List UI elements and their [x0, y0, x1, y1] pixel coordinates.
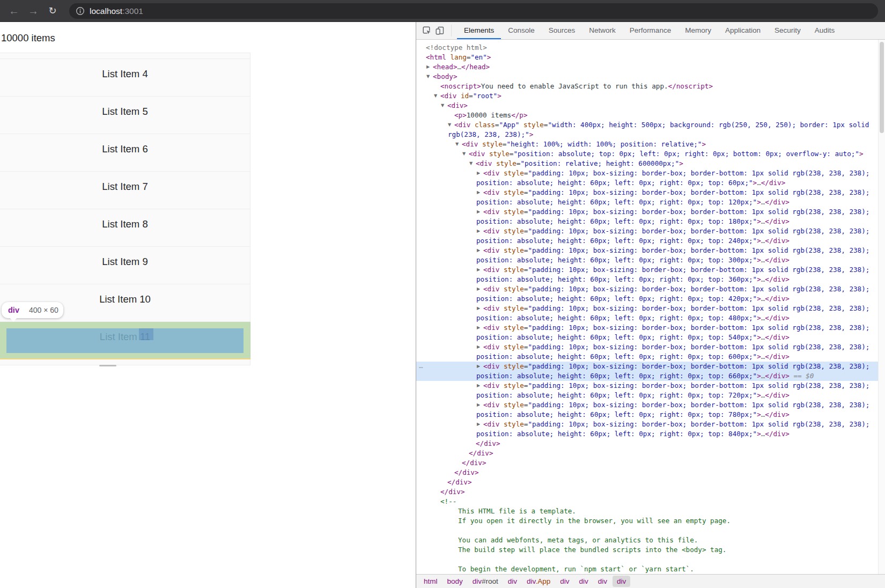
dom-tree-line[interactable]: ▶<div style="padding: 10px; box-sizing: …	[416, 246, 878, 255]
dom-tree-line[interactable]: To begin the development, run `npm start…	[416, 564, 878, 574]
dom-tree-line[interactable]: ▶<div style="padding: 10px; box-sizing: …	[416, 207, 878, 217]
expand-arrow-icon[interactable]: ▶	[477, 207, 480, 217]
list-item[interactable]: List Item 11	[0, 322, 250, 359]
expand-arrow-icon[interactable]: ▶	[477, 226, 480, 236]
breadcrumb-item[interactable]: div	[613, 576, 630, 587]
tab-memory[interactable]: Memory	[678, 22, 718, 39]
list-item[interactable]: List Item 8	[0, 209, 250, 247]
dom-tree-line[interactable]: ▶<div style="padding: 10px; box-sizing: …	[416, 420, 878, 429]
expand-arrow-icon[interactable]: ▶	[477, 188, 480, 197]
back-button[interactable]: ←	[6, 0, 21, 21]
dom-tree-line[interactable]: ▶<head>…</head>	[416, 62, 878, 72]
expand-arrow-icon[interactable]: ▶	[477, 265, 480, 275]
dom-tree-line[interactable]	[416, 526, 878, 535]
expand-arrow-icon[interactable]: ▶	[477, 284, 480, 294]
dom-tree-line[interactable]: position: absolute; height: 60px; left: …	[416, 275, 878, 284]
address-bar[interactable]: localhost :3001	[69, 3, 878, 19]
breadcrumb-item[interactable]: html	[419, 576, 442, 587]
dom-tree-line[interactable]: position: absolute; height: 60px; left: …	[416, 352, 878, 362]
dom-tree-line[interactable]: ▼<div style="position: relative; height:…	[416, 159, 878, 168]
dom-tree-line[interactable]: <noscript>You need to enable JavaScript …	[416, 82, 878, 91]
dom-tree-line[interactable]: ▶<div style="padding: 10px; box-sizing: …	[416, 342, 878, 352]
list-item[interactable]: List Item 7	[0, 172, 250, 209]
info-icon[interactable]	[76, 6, 85, 16]
dom-tree-line[interactable]: ▶<div style="padding: 10px; box-sizing: …	[416, 265, 878, 275]
tab-elements[interactable]: Elements	[457, 22, 501, 39]
dom-tree-line[interactable]: position: absolute; height: 60px; left: …	[416, 294, 878, 304]
expand-arrow-icon[interactable]: ▶	[477, 400, 480, 410]
list-item[interactable]: List Item 5	[0, 97, 250, 134]
dom-tree-line[interactable]: You can add webfonts, meta tags, or anal…	[416, 535, 878, 545]
reload-button[interactable]: ↻	[45, 0, 60, 21]
dom-tree-line[interactable]: position: absolute; height: 60px; left: …	[416, 333, 878, 342]
dom-tree-line[interactable]: <html lang="en">	[416, 53, 878, 62]
dom-tree-line[interactable]: This HTML file is a template.	[416, 506, 878, 516]
tab-network[interactable]: Network	[582, 22, 623, 39]
dom-tree-line[interactable]: </div>	[416, 477, 878, 487]
dom-tree-line[interactable]: position: absolute; height: 60px; left: …	[416, 410, 878, 420]
collapse-arrow-icon[interactable]: ▼	[448, 120, 451, 130]
collapse-arrow-icon[interactable]: ▼	[441, 101, 444, 111]
expand-arrow-icon[interactable]: ▶	[477, 420, 480, 429]
expand-arrow-icon[interactable]: ▶	[477, 323, 480, 333]
tab-sources[interactable]: Sources	[542, 22, 582, 39]
dom-tree-line[interactable]: ▼<div style="position: absolute; top: 0p…	[416, 149, 878, 159]
dom-tree-line[interactable]: position: absolute; height: 60px; left: …	[416, 255, 878, 265]
expand-arrow-icon[interactable]: ▶	[477, 362, 480, 371]
dom-tree-line[interactable]: …▶<div style="padding: 10px; box-sizing:…	[416, 362, 878, 371]
device-toolbar-icon[interactable]	[435, 26, 445, 35]
breadcrumb-item[interactable]: div	[504, 576, 521, 587]
list-item[interactable]: List Item 9	[0, 247, 250, 284]
dom-tree-line[interactable]: <!doctype html>	[416, 43, 878, 53]
breadcrumb-item[interactable]: div.App	[522, 576, 555, 587]
dom-tree-line[interactable]: position: absolute; height: 60px; left: …	[416, 429, 878, 439]
dom-tree-line[interactable]: position: absolute; height: 60px; left: …	[416, 217, 878, 226]
dom-tree-line[interactable]: position: absolute; height: 60px; left: …	[416, 236, 878, 246]
expand-arrow-icon[interactable]: ▶	[477, 168, 480, 178]
scrollbar-thumb[interactable]	[880, 42, 884, 133]
dom-tree-line[interactable]: <!--	[416, 497, 878, 506]
dom-tree-line[interactable]: </div>	[416, 487, 878, 497]
collapse-arrow-icon[interactable]: ▼	[455, 139, 459, 149]
expand-arrow-icon[interactable]: ▶	[477, 381, 480, 391]
dom-tree-line[interactable]: position: absolute; height: 60px; left: …	[416, 178, 878, 188]
dom-tree-line[interactable]: The build step will place the bundled sc…	[416, 545, 878, 555]
dom-tree-line[interactable]: position: absolute; height: 60px; left: …	[416, 197, 878, 207]
dom-tree-line[interactable]: </div>	[416, 458, 878, 468]
scrollbar-dash[interactable]	[99, 365, 116, 366]
dom-tree-line[interactable]: ▶<div style="padding: 10px; box-sizing: …	[416, 284, 878, 294]
list-item-partial[interactable]	[0, 53, 250, 59]
breadcrumb-item[interactable]: div	[594, 576, 611, 587]
dom-tree-line[interactable]: position: absolute; height: 60px; left: …	[416, 313, 878, 323]
breadcrumb-item[interactable]: div#root	[468, 576, 503, 587]
dom-tree-line[interactable]: ▼<div class="App" style="width: 400px; h…	[416, 120, 878, 130]
dom-tree-line[interactable]: ▼<div style="height: 100%; width: 100%; …	[416, 139, 878, 149]
dom-tree-line[interactable]: </div>	[416, 439, 878, 449]
tab-application[interactable]: Application	[718, 22, 768, 39]
dom-tree-line[interactable]: rgb(238, 238, 238);">	[416, 130, 878, 139]
collapse-arrow-icon[interactable]: ▼	[426, 72, 430, 82]
dom-tree-line[interactable]: ▼<body>	[416, 72, 878, 82]
collapse-arrow-icon[interactable]: ▼	[462, 149, 466, 159]
tab-performance[interactable]: Performance	[623, 22, 678, 39]
tab-security[interactable]: Security	[768, 22, 808, 39]
dom-tree-line[interactable]: ▶<div style="padding: 10px; box-sizing: …	[416, 168, 878, 178]
inspect-element-icon[interactable]	[422, 26, 432, 35]
dom-tree-line[interactable]: ▶<div style="padding: 10px; box-sizing: …	[416, 188, 878, 197]
dom-tree-line[interactable]: position: absolute; height: 60px; left: …	[416, 391, 878, 400]
gutter-more-icon[interactable]: …	[419, 362, 424, 370]
tab-audits[interactable]: Audits	[808, 22, 842, 39]
dom-tree-line[interactable]: </div>	[416, 468, 878, 477]
dom-tree-line[interactable]: ▼<div>	[416, 101, 878, 111]
dom-tree-line[interactable]: ▼<div id="root">	[416, 91, 878, 101]
breadcrumb-item[interactable]: div	[556, 576, 573, 587]
dom-tree-line[interactable]: ▶<div style="padding: 10px; box-sizing: …	[416, 323, 878, 333]
list-item[interactable]: List Item 4	[0, 59, 250, 97]
dom-tree-line[interactable]: position: absolute; height: 60px; left: …	[416, 371, 878, 381]
dom-tree-line[interactable]: </div>	[416, 449, 878, 458]
dom-tree-line[interactable]: <p>10000 items</p>	[416, 111, 878, 120]
dom-tree-line[interactable]	[416, 555, 878, 564]
forward-button[interactable]: →	[26, 0, 41, 21]
virtual-list[interactable]: List Item 4List Item 5List Item 6List It…	[0, 53, 250, 365]
devtools-scrollbar[interactable]	[878, 40, 885, 574]
